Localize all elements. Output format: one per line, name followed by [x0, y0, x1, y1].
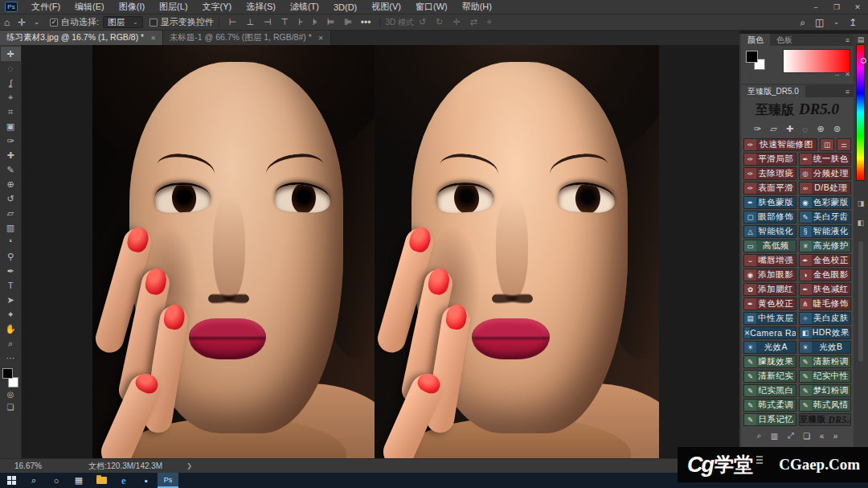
distribute-icon-3[interactable]: ⊫	[339, 17, 357, 27]
dr5-button-高光修护[interactable]: ✳高光修护	[799, 240, 852, 252]
3d-mode-icon-2[interactable]: ✛	[448, 17, 465, 27]
dr5-button-表面平滑[interactable]: ✑表面平滑	[743, 182, 796, 195]
shape-tool[interactable]: ✦	[1, 307, 21, 322]
brush-tool[interactable]: ✎	[1, 162, 21, 177]
dr5-button-嘴唇增强[interactable]: ⌣嘴唇增强	[743, 254, 796, 267]
pinned-app-button[interactable]: ▪	[135, 473, 158, 488]
mini-color-swatches[interactable]	[746, 51, 765, 70]
dr5-button-纪实中性[interactable]: ✎纪实中性	[799, 370, 852, 383]
search-button[interactable]: ⌕	[23, 473, 45, 488]
menu-item-编辑(E)[interactable]: 编辑(E)	[68, 0, 112, 14]
edit-toolbar[interactable]: ⋯	[1, 351, 21, 365]
dr5-button-金色校正[interactable]: ✒金色校正	[799, 254, 852, 267]
document-tab[interactable]: 练习素材3.jpg @ 16.7% (1, RGB/8) * ✕	[0, 31, 163, 45]
dr5-button-肤色蒙版[interactable]: ✒肤色蒙版	[743, 196, 796, 209]
portrait-after[interactable]	[375, 45, 659, 458]
cortana-button[interactable]: ○	[45, 473, 68, 488]
resize-icon[interactable]: ⤢	[788, 431, 794, 441]
dr5-button-纪实黑白[interactable]: ✎纪实黑白	[743, 384, 796, 397]
chevron-right-icon[interactable]: ❯	[186, 462, 192, 470]
chevron-right-icon[interactable]: »	[833, 432, 838, 441]
align-icon-1[interactable]: ⊥	[241, 17, 259, 27]
panel-menu-icon[interactable]: ≡	[845, 88, 854, 96]
chevron-down-icon[interactable]: ⌄	[30, 18, 43, 26]
foreground-color-swatch[interactable]	[746, 51, 758, 63]
align-icon-3[interactable]: ⊤	[276, 17, 294, 27]
search-icon[interactable]: ⌕	[795, 17, 810, 28]
stamp-x1-icon[interactable]: ⊛	[833, 124, 841, 134]
dr5-button-黄色校正[interactable]: ✒黄色校正	[743, 297, 796, 310]
dr5-button-去除瑕疵[interactable]: ✑去除瑕疵	[743, 167, 796, 180]
zoom-icon[interactable]: ⌕	[757, 431, 762, 441]
restore-button[interactable]: ❐	[826, 0, 847, 14]
menu-item-图像(I)[interactable]: 图像(I)	[112, 0, 152, 14]
dr5-button-美白皮肤[interactable]: ✧美白皮肤	[799, 312, 852, 325]
panel-icon[interactable]: ▥	[771, 432, 778, 441]
dr5-button-肤色减红[interactable]: ✒肤色减红	[799, 283, 852, 296]
ring-icon[interactable]: ◌	[803, 125, 809, 134]
dr5-button-韩式风情[interactable]: ✎韩式风情	[799, 399, 852, 412]
color-swatches[interactable]	[2, 368, 19, 388]
3d-mode-icon-0[interactable]: ↺	[414, 17, 431, 27]
dr5-button-美白牙齿[interactable]: ✎美白牙齿	[799, 211, 852, 223]
dr5-button-分频处理[interactable]: ◎分频处理	[799, 167, 852, 180]
dr5-button-朦胧效果[interactable]: ✎朦胧效果	[743, 355, 796, 368]
align-icon-0[interactable]: ⊢	[224, 17, 242, 27]
saturation-gradient[interactable]	[783, 49, 850, 73]
canvas-area[interactable]	[22, 45, 739, 458]
panel-menu-icon[interactable]: ≡	[845, 36, 854, 44]
dr5-button-HDR效果[interactable]: ◧HDR效果	[799, 326, 852, 339]
foreground-color-swatch[interactable]	[2, 368, 13, 379]
menu-item-滤镜(T)[interactable]: 滤镜(T)	[283, 0, 326, 14]
file-explorer-button[interactable]	[90, 473, 113, 488]
menu-item-选择(S)[interactable]: 选择(S)	[239, 0, 283, 14]
zoom-tool[interactable]: ⌕	[1, 336, 21, 351]
move-tool-icon[interactable]: ✛	[14, 17, 30, 28]
copy-icon[interactable]: ❏	[803, 432, 810, 441]
menu-item-窗口(W)[interactable]: 窗口(W)	[408, 0, 455, 14]
dr5-button-日系记忆[interactable]: ✎日系记忆	[743, 413, 796, 426]
dr5-button-添加眼影[interactable]: ◉添加眼影	[743, 269, 796, 281]
share-icon[interactable]: ↥	[844, 17, 862, 28]
dr5-button-Camera Raw[interactable]: ✕Camera Raw	[743, 326, 796, 339]
minimize-button[interactable]: –	[805, 0, 826, 14]
menu-item-3D(D)[interactable]: 3D(D)	[326, 0, 364, 14]
dr5-button-高低频[interactable]: ▭高低频	[743, 240, 796, 252]
dr5-button-光效B[interactable]: ☀光效B	[799, 341, 852, 354]
close-icon[interactable]: ✕	[150, 35, 156, 42]
dr5-button-平滑局部[interactable]: ✑平滑局部	[743, 153, 796, 166]
tab-dr5[interactable]: 至臻版_DR5.0	[741, 85, 805, 97]
scrollbar[interactable]	[858, 241, 863, 362]
dr5-extra-button-0[interactable]: ◫	[820, 138, 834, 151]
panel-icon[interactable]: ◨	[854, 199, 868, 207]
workspace-icon[interactable]: ◫	[810, 17, 829, 28]
dr5-button-添加腮红[interactable]: ✿添加腮红	[743, 283, 796, 296]
dr5-button-统一肤色[interactable]: ✒统一肤色	[799, 153, 852, 166]
spot-heal-icon[interactable]: ✑	[754, 124, 761, 134]
dock-icon[interactable]: ▤	[854, 35, 868, 43]
3d-mode-icon-4[interactable]: ⌖	[482, 17, 497, 27]
quick-mask-button[interactable]: ◎	[1, 388, 21, 400]
menu-item-文字(Y)[interactable]: 文字(Y)	[195, 0, 240, 14]
dr5-button-清新粉调[interactable]: ✎清新粉调	[799, 355, 852, 368]
close-icon[interactable]: ✕	[845, 71, 850, 78]
task-view-button[interactable]: ▦	[68, 473, 90, 488]
dr5-button-智能液化[interactable]: §智能液化	[799, 225, 852, 238]
menu-item-视图(V)[interactable]: 视图(V)	[364, 0, 408, 14]
move-tool[interactable]: ✛	[1, 47, 21, 61]
dr5-button-快速智能修图[interactable]: ✑快速智能修图	[743, 138, 817, 151]
path-select-tool[interactable]: ➤	[1, 293, 21, 307]
patch-icon[interactable]: ▱	[770, 124, 776, 134]
3d-mode-icon-1[interactable]: ↻	[431, 17, 448, 27]
dr5-button-色彩蒙版[interactable]: ◉色彩蒙版	[799, 196, 852, 209]
bandage-icon[interactable]: ✚	[786, 124, 793, 134]
lasso-tool[interactable]: ʆ	[1, 76, 21, 90]
menu-item-帮助(H)[interactable]: 帮助(H)	[455, 0, 499, 14]
stamp-icon[interactable]: ⊕	[817, 124, 825, 134]
edge-button[interactable]: e	[113, 473, 135, 488]
menu-item-文件(F)[interactable]: 文件(F)	[24, 0, 68, 14]
hue-slider[interactable]	[856, 44, 865, 181]
auto-select-checkbox[interactable]	[50, 18, 58, 27]
gradient-tool[interactable]: ▥	[1, 220, 21, 235]
marquee-tool[interactable]: ◌	[1, 61, 21, 76]
